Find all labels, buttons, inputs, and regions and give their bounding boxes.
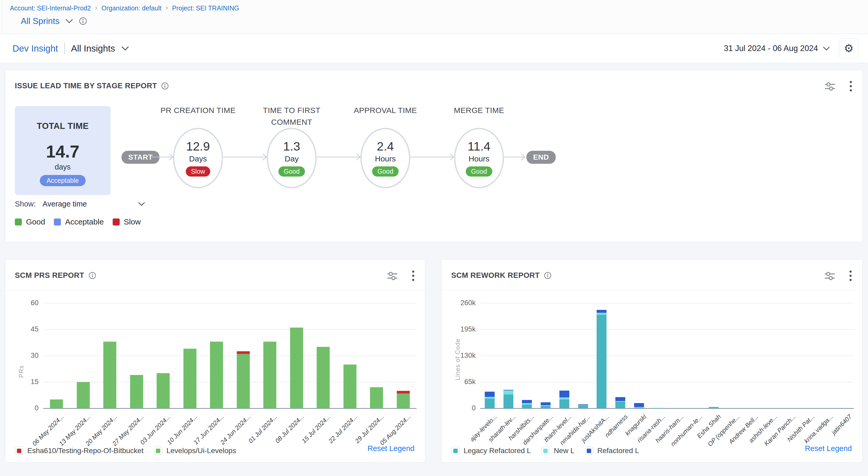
bar-segment-Refactored L[interactable] [597, 310, 607, 313]
bar-segment-Esha610/Testing-Repo-Of-Bitbucket[interactable] [237, 351, 250, 354]
settings-button[interactable]: ⚙ [839, 38, 859, 58]
bar-segment-New L[interactable] [503, 390, 514, 394]
legend-item-new-lines[interactable]: New L [541, 447, 574, 455]
stage-time-to-first-comment[interactable]: 1.3 Day Good [267, 128, 317, 188]
bar-knagurski[interactable] [634, 403, 644, 408]
bar-segment-Levelops/Ui-Levelops[interactable] [50, 399, 63, 408]
bar-thanh-level...[interactable] [559, 391, 569, 408]
bar-13 May 2024...[interactable] [77, 382, 90, 408]
date-range-text[interactable]: 31 Jul 2024 - 06 Aug 2024 [724, 44, 818, 53]
bar-segment-Legacy Refactored L[interactable] [597, 315, 607, 408]
bar-segment-New L[interactable] [653, 408, 663, 408]
kebab-menu-icon[interactable] [849, 270, 852, 281]
bar-08 Jul 2024...[interactable] [290, 328, 303, 408]
legend-item-refactored-lines[interactable]: Refactored L [585, 447, 639, 455]
bar-segment-Legacy Refactored L[interactable] [559, 399, 569, 408]
breadcrumb-account[interactable]: Account: SEI-Internal-Prod2 [10, 4, 91, 12]
stage-merge-time[interactable]: 11.4 Hours Good [454, 128, 504, 188]
bar-15 Jul 2024...[interactable] [317, 347, 330, 408]
rework-reset-legend-link[interactable]: Reset Legend [805, 444, 852, 453]
bar-segment-Levelops/Ui-Levelops[interactable] [370, 387, 383, 408]
date-range-selector[interactable]: 31 Jul 2024 - 06 Aug 2024 [724, 44, 830, 53]
legend-checkbox[interactable] [15, 447, 23, 455]
bar-segment-Legacy Refactored L[interactable] [522, 405, 532, 408]
bar-segment-Levelops/Ui-Levelops[interactable] [77, 382, 90, 408]
bar-29 Jul 2024...[interactable] [370, 387, 383, 408]
info-icon[interactable] [89, 272, 96, 279]
bar-segment-Levelops/Ui-Levelops[interactable] [183, 349, 196, 408]
bar-Esha Shah[interactable] [709, 407, 719, 408]
bar-segment-New L[interactable] [597, 313, 607, 315]
bar-segment-Refactored L[interactable] [522, 400, 532, 403]
bar-segment-New L[interactable] [559, 397, 569, 399]
bar-segment-Refactored L[interactable] [485, 392, 495, 397]
bar-segment-Refactored L[interactable] [615, 397, 625, 401]
legend-checkbox[interactable] [585, 447, 593, 455]
bar-segment-Legacy Refactored L[interactable] [615, 402, 625, 408]
bar-22 Jul 2024...[interactable] [343, 364, 356, 408]
insight-switcher[interactable]: All Insights [71, 43, 115, 54]
bar-segment-Levelops/Ui-Levelops[interactable] [237, 354, 250, 408]
bar-17 Jun 2024...[interactable] [210, 341, 223, 408]
bar-segment-Levelops/Ui-Levelops[interactable] [103, 341, 116, 408]
bar-segment-Legacy Refactored L[interactable] [485, 399, 495, 408]
bar-harshilbits...[interactable] [522, 400, 532, 408]
sprint-selector-label[interactable]: All Sprints [21, 16, 60, 26]
bar-segment-Levelops/Ui-Levelops[interactable] [210, 341, 223, 408]
bar-ndharness[interactable] [615, 397, 625, 408]
info-icon[interactable] [544, 272, 552, 279]
legend-checkbox[interactable] [451, 447, 460, 455]
bar-darshanpate...[interactable] [541, 402, 551, 408]
bar-05 Aug 2024...[interactable] [397, 391, 410, 408]
bar-segment-Levelops/Ui-Levelops[interactable] [290, 328, 303, 408]
bar-segment-Legacy Refactored L[interactable] [709, 407, 719, 408]
bar-24 Jun 2024...[interactable] [237, 351, 250, 408]
sprint-selector[interactable]: All Sprints [21, 16, 87, 26]
bar-segment-Refactored L[interactable] [634, 403, 644, 407]
bar-segment-Levelops/Ui-Levelops[interactable] [130, 375, 143, 408]
bar-ajay-levelo...[interactable] [485, 392, 495, 408]
kebab-menu-icon[interactable] [849, 81, 852, 92]
bar-nmahida-har...[interactable] [578, 405, 588, 408]
insight-name[interactable]: Dev Insight [12, 43, 58, 54]
sliders-icon[interactable] [824, 271, 836, 281]
legend-item-esha-repo[interactable]: Esha610/Testing-Repo-Of-Bitbucket [15, 447, 144, 455]
stage-approval-time[interactable]: 2.4 Hours Good [360, 128, 410, 188]
bar-segment-Legacy Refactored L[interactable] [503, 394, 514, 408]
bar-segment-Levelops/Ui-Levelops[interactable] [157, 373, 169, 408]
bar-segment-Levelops/Ui-Levelops[interactable] [397, 393, 410, 408]
stage-pr-creation-time[interactable]: 12.9 Days Slow [173, 128, 223, 188]
bar-06 May 2024...[interactable] [50, 399, 63, 408]
bar-segment-Refactored L[interactable] [541, 402, 551, 405]
bar-segment-Legacy Refactored L[interactable] [578, 406, 588, 408]
bar-01 Jul 2024...[interactable] [263, 341, 276, 408]
bar-risana-rash...[interactable] [653, 408, 663, 408]
bar-20 May 2024...[interactable] [103, 341, 116, 408]
show-value[interactable]: Average time [43, 200, 87, 208]
bar-10 Jun 2024...[interactable] [183, 349, 196, 408]
legend-item-levelops-repo[interactable]: Levelops/Ui-Levelops [154, 447, 236, 455]
info-icon[interactable] [79, 17, 87, 25]
sliders-icon[interactable] [386, 271, 398, 281]
bar-segment-Refactored L[interactable] [559, 391, 569, 397]
sliders-icon[interactable] [824, 81, 836, 91]
chevron-down-icon[interactable] [138, 202, 145, 206]
bar-27 May 2024...[interactable] [130, 375, 143, 408]
legend-item-legacy-refactored[interactable]: Legacy Refactored L [451, 447, 531, 455]
bar-segment-New L[interactable] [485, 397, 495, 399]
breadcrumb-organization[interactable]: Organization: default [101, 4, 162, 12]
info-icon[interactable] [161, 82, 169, 90]
bar-segment-Esha610/Testing-Repo-Of-Bitbucket[interactable] [397, 391, 410, 393]
bar-sharath-lev...[interactable] [503, 390, 514, 408]
bar-segment-Levelops/Ui-Levelops[interactable] [343, 364, 356, 408]
chevron-down-icon[interactable] [65, 19, 73, 24]
bar-justAkshitA...[interactable] [597, 310, 607, 408]
chevron-down-icon[interactable] [121, 46, 129, 51]
chevron-down-icon[interactable] [823, 46, 830, 51]
kebab-menu-icon[interactable] [412, 270, 414, 281]
legend-checkbox[interactable] [154, 447, 162, 455]
bar-segment-Levelops/Ui-Levelops[interactable] [263, 341, 276, 408]
bar-segment-Legacy Refactored L[interactable] [541, 406, 551, 408]
prs-reset-legend-link[interactable]: Reset Legend [367, 444, 414, 453]
show-dropdown[interactable]: Show: Average time [15, 200, 145, 208]
